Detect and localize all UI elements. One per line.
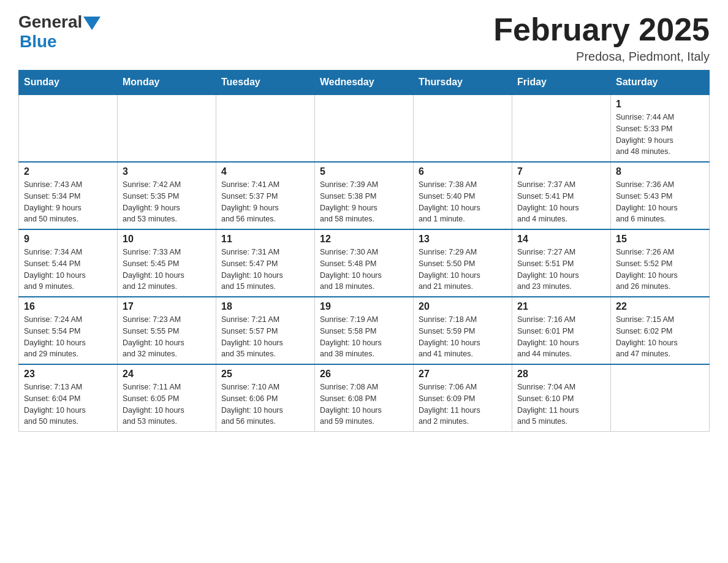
- calendar-cell: 9Sunrise: 7:34 AM Sunset: 5:44 PM Daylig…: [19, 229, 118, 297]
- day-info: Sunrise: 7:21 AM Sunset: 5:57 PM Dayligh…: [221, 314, 309, 360]
- logo-blue-text: Blue: [20, 32, 57, 52]
- calendar-cell: 25Sunrise: 7:10 AM Sunset: 6:06 PM Dayli…: [216, 364, 315, 432]
- calendar-header-row: Sunday Monday Tuesday Wednesday Thursday…: [19, 71, 710, 95]
- calendar-cell: [216, 94, 315, 162]
- logo-general-text: General: [18, 12, 82, 32]
- day-info: Sunrise: 7:23 AM Sunset: 5:55 PM Dayligh…: [123, 314, 211, 360]
- day-info: Sunrise: 7:11 AM Sunset: 6:05 PM Dayligh…: [123, 381, 211, 427]
- day-number: 21: [517, 301, 605, 312]
- day-info: Sunrise: 7:31 AM Sunset: 5:47 PM Dayligh…: [221, 247, 309, 293]
- month-title: February 2025: [493, 12, 710, 47]
- day-number: 18: [221, 301, 309, 312]
- day-info: Sunrise: 7:37 AM Sunset: 5:41 PM Dayligh…: [517, 179, 605, 225]
- day-info: Sunrise: 7:33 AM Sunset: 5:45 PM Dayligh…: [123, 247, 211, 293]
- col-monday: Monday: [118, 71, 216, 95]
- day-number: 6: [419, 166, 507, 177]
- title-block: February 2025 Predosa, Piedmont, Italy: [493, 12, 710, 64]
- calendar-cell: 8Sunrise: 7:36 AM Sunset: 5:43 PM Daylig…: [611, 162, 710, 229]
- calendar-week-row: 23Sunrise: 7:13 AM Sunset: 6:04 PM Dayli…: [19, 364, 710, 432]
- day-number: 2: [24, 166, 112, 177]
- col-sunday: Sunday: [19, 71, 118, 95]
- day-info: Sunrise: 7:18 AM Sunset: 5:59 PM Dayligh…: [419, 314, 507, 360]
- day-info: Sunrise: 7:10 AM Sunset: 6:06 PM Dayligh…: [221, 381, 309, 427]
- calendar-cell: [512, 94, 611, 162]
- day-number: 7: [517, 166, 605, 177]
- day-info: Sunrise: 7:30 AM Sunset: 5:48 PM Dayligh…: [320, 247, 408, 293]
- calendar-cell: [414, 94, 512, 162]
- calendar-cell: 20Sunrise: 7:18 AM Sunset: 5:59 PM Dayli…: [414, 297, 512, 364]
- calendar-cell: 1Sunrise: 7:44 AM Sunset: 5:33 PM Daylig…: [611, 94, 710, 162]
- calendar-cell: 21Sunrise: 7:16 AM Sunset: 6:01 PM Dayli…: [512, 297, 611, 364]
- day-info: Sunrise: 7:19 AM Sunset: 5:58 PM Dayligh…: [320, 314, 408, 360]
- day-info: Sunrise: 7:06 AM Sunset: 6:09 PM Dayligh…: [419, 381, 507, 427]
- calendar-week-row: 16Sunrise: 7:24 AM Sunset: 5:54 PM Dayli…: [19, 297, 710, 364]
- calendar-cell: 24Sunrise: 7:11 AM Sunset: 6:05 PM Dayli…: [118, 364, 216, 432]
- calendar-cell: 28Sunrise: 7:04 AM Sunset: 6:10 PM Dayli…: [512, 364, 611, 432]
- calendar-cell: 18Sunrise: 7:21 AM Sunset: 5:57 PM Dayli…: [216, 297, 315, 364]
- calendar-cell: [118, 94, 216, 162]
- day-number: 3: [123, 166, 211, 177]
- day-info: Sunrise: 7:15 AM Sunset: 6:02 PM Dayligh…: [616, 314, 704, 360]
- col-wednesday: Wednesday: [315, 71, 414, 95]
- day-info: Sunrise: 7:43 AM Sunset: 5:34 PM Dayligh…: [24, 179, 112, 225]
- day-info: Sunrise: 7:44 AM Sunset: 5:33 PM Dayligh…: [616, 112, 704, 158]
- logo: General Blue: [18, 12, 100, 52]
- day-info: Sunrise: 7:16 AM Sunset: 6:01 PM Dayligh…: [517, 314, 605, 360]
- calendar-cell: 5Sunrise: 7:39 AM Sunset: 5:38 PM Daylig…: [315, 162, 414, 229]
- location-subtitle: Predosa, Piedmont, Italy: [493, 50, 710, 64]
- calendar-cell: [611, 364, 710, 432]
- day-number: 11: [221, 234, 309, 245]
- day-info: Sunrise: 7:26 AM Sunset: 5:52 PM Dayligh…: [616, 247, 704, 293]
- day-number: 17: [123, 301, 211, 312]
- day-info: Sunrise: 7:38 AM Sunset: 5:40 PM Dayligh…: [419, 179, 507, 225]
- day-info: Sunrise: 7:34 AM Sunset: 5:44 PM Dayligh…: [24, 247, 112, 293]
- calendar-cell: 15Sunrise: 7:26 AM Sunset: 5:52 PM Dayli…: [611, 229, 710, 297]
- col-tuesday: Tuesday: [216, 71, 315, 95]
- day-number: 28: [517, 369, 605, 380]
- calendar-cell: 23Sunrise: 7:13 AM Sunset: 6:04 PM Dayli…: [19, 364, 118, 432]
- calendar-cell: 26Sunrise: 7:08 AM Sunset: 6:08 PM Dayli…: [315, 364, 414, 432]
- calendar-week-row: 9Sunrise: 7:34 AM Sunset: 5:44 PM Daylig…: [19, 229, 710, 297]
- day-number: 27: [419, 369, 507, 380]
- calendar-cell: 2Sunrise: 7:43 AM Sunset: 5:34 PM Daylig…: [19, 162, 118, 229]
- calendar-cell: 12Sunrise: 7:30 AM Sunset: 5:48 PM Dayli…: [315, 229, 414, 297]
- calendar-cell: 14Sunrise: 7:27 AM Sunset: 5:51 PM Dayli…: [512, 229, 611, 297]
- calendar-cell: 22Sunrise: 7:15 AM Sunset: 6:02 PM Dayli…: [611, 297, 710, 364]
- calendar-week-row: 1Sunrise: 7:44 AM Sunset: 5:33 PM Daylig…: [19, 94, 710, 162]
- day-info: Sunrise: 7:42 AM Sunset: 5:35 PM Dayligh…: [123, 179, 211, 225]
- day-number: 19: [320, 301, 408, 312]
- day-info: Sunrise: 7:04 AM Sunset: 6:10 PM Dayligh…: [517, 381, 605, 427]
- day-number: 25: [221, 369, 309, 380]
- day-info: Sunrise: 7:41 AM Sunset: 5:37 PM Dayligh…: [221, 179, 309, 225]
- day-number: 23: [24, 369, 112, 380]
- day-number: 5: [320, 166, 408, 177]
- day-number: 1: [616, 99, 704, 110]
- day-number: 16: [24, 301, 112, 312]
- calendar-cell: 27Sunrise: 7:06 AM Sunset: 6:09 PM Dayli…: [414, 364, 512, 432]
- day-number: 8: [616, 166, 704, 177]
- calendar-cell: 6Sunrise: 7:38 AM Sunset: 5:40 PM Daylig…: [414, 162, 512, 229]
- day-info: Sunrise: 7:39 AM Sunset: 5:38 PM Dayligh…: [320, 179, 408, 225]
- day-number: 4: [221, 166, 309, 177]
- day-info: Sunrise: 7:08 AM Sunset: 6:08 PM Dayligh…: [320, 381, 408, 427]
- calendar-week-row: 2Sunrise: 7:43 AM Sunset: 5:34 PM Daylig…: [19, 162, 710, 229]
- day-number: 9: [24, 234, 112, 245]
- svg-marker-0: [83, 17, 100, 30]
- calendar-cell: 11Sunrise: 7:31 AM Sunset: 5:47 PM Dayli…: [216, 229, 315, 297]
- day-number: 10: [123, 234, 211, 245]
- page-header: General Blue February 2025 Predosa, Pied…: [18, 12, 710, 64]
- calendar-cell: 7Sunrise: 7:37 AM Sunset: 5:41 PM Daylig…: [512, 162, 611, 229]
- col-friday: Friday: [512, 71, 611, 95]
- calendar-cell: 10Sunrise: 7:33 AM Sunset: 5:45 PM Dayli…: [118, 229, 216, 297]
- calendar-cell: [19, 94, 118, 162]
- day-info: Sunrise: 7:24 AM Sunset: 5:54 PM Dayligh…: [24, 314, 112, 360]
- day-number: 26: [320, 369, 408, 380]
- calendar-cell: 16Sunrise: 7:24 AM Sunset: 5:54 PM Dayli…: [19, 297, 118, 364]
- calendar-cell: 19Sunrise: 7:19 AM Sunset: 5:58 PM Dayli…: [315, 297, 414, 364]
- day-number: 22: [616, 301, 704, 312]
- calendar-cell: 17Sunrise: 7:23 AM Sunset: 5:55 PM Dayli…: [118, 297, 216, 364]
- day-number: 20: [419, 301, 507, 312]
- day-number: 12: [320, 234, 408, 245]
- logo-arrow-icon: [83, 17, 100, 30]
- calendar-cell: 13Sunrise: 7:29 AM Sunset: 5:50 PM Dayli…: [414, 229, 512, 297]
